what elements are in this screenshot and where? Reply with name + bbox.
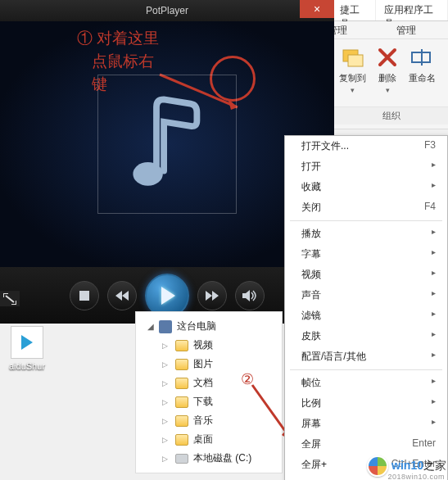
tree-item-6[interactable]: ▷本地磁盘 (C:)	[161, 449, 278, 468]
watermark-text: win10之家	[391, 459, 446, 473]
annotation-1-line1: ① 对着这里	[77, 28, 159, 50]
menu-item[interactable]: 配置/语言/其他	[285, 346, 447, 367]
tree-item-2[interactable]: ▷文档	[161, 374, 278, 392]
ribbon-copyto[interactable]: 复制到 ▾	[337, 43, 368, 96]
menu-item-label: 字幕	[301, 247, 321, 261]
watermark-logo-icon	[367, 455, 388, 477]
menu-item-label: 声音	[301, 288, 321, 302]
menu-item[interactable]: 视频	[285, 265, 447, 285]
menu-separator	[290, 369, 442, 370]
desktop-shortcut-label: aiduShur	[3, 361, 51, 371]
stop-button[interactable]	[70, 281, 99, 310]
menu-item[interactable]: 打开文件...F3	[285, 136, 447, 156]
menu-separator	[290, 220, 442, 221]
folder-icon	[175, 434, 188, 446]
folder-icon	[175, 415, 188, 427]
tree-item-5[interactable]: ▷桌面	[161, 430, 278, 449]
folder-icon	[175, 340, 188, 351]
menu-item-shortcut: Enter	[412, 437, 436, 451]
menu-item-label: 打开文件...	[301, 139, 349, 153]
potplayer-title: PotPlayer	[146, 5, 188, 16]
ribbon-delete-label: 删除	[378, 72, 396, 84]
svg-rect-5	[79, 291, 89, 301]
folder-icon	[175, 396, 188, 408]
prev-button[interactable]	[107, 281, 137, 310]
menu-item[interactable]: 收藏	[285, 177, 447, 197]
menu-item-label: 收藏	[301, 180, 321, 194]
tree-item-4[interactable]: ▷音乐	[161, 411, 278, 430]
tree-item-0[interactable]: ▷视频	[161, 336, 278, 355]
menu-item[interactable]: 声音	[285, 285, 447, 306]
potplayer-titlebar[interactable]: PotPlayer ×	[0, 0, 334, 21]
tree-root-label: 这台电脑	[177, 319, 216, 333]
fullscreen-toggle-icon[interactable]	[0, 291, 20, 306]
menu-item[interactable]: 播放	[285, 224, 447, 244]
close-button[interactable]: ×	[300, 0, 334, 18]
delete-icon	[374, 44, 400, 70]
menu-item-label: 帧位	[301, 376, 321, 390]
menu-item[interactable]: 屏幕	[285, 414, 447, 434]
menu-item-label: 视频	[301, 268, 321, 282]
menu-item-label: 滤镜	[301, 309, 321, 323]
folder-icon	[175, 378, 188, 389]
menu-item[interactable]: 打开	[285, 156, 447, 177]
ribbon-delete[interactable]: 删除 ▾	[373, 43, 402, 96]
disk-icon	[175, 454, 188, 464]
menu-item[interactable]: 滤镜	[285, 306, 447, 326]
menu-item-shortcut: F3	[424, 139, 436, 153]
menu-item-label: 比例	[301, 396, 321, 410]
menu-item-label: 播放	[301, 227, 321, 241]
tree-item-label: 下载	[193, 395, 213, 409]
tree-item-label: 文档	[193, 376, 213, 390]
menu-item-label: 关闭	[301, 201, 321, 215]
menu-item-label: 打开	[301, 160, 321, 174]
tree-this-pc[interactable]: ◢ 这台电脑	[146, 317, 278, 336]
tree-item-label: 音乐	[193, 414, 213, 428]
menu-item-label: 全屏+	[301, 458, 327, 472]
context-menu: 打开文件...F3打开收藏关闭F4播放字幕视频声音滤镜皮肤配置/语言/其他帧位比…	[284, 135, 448, 480]
next-button[interactable]	[197, 281, 227, 310]
copy-to-icon	[340, 44, 366, 70]
tree-item-3[interactable]: ▷下载	[161, 392, 278, 411]
ribbon-group-organize: 组织	[334, 106, 448, 125]
tree-item-label: 图片	[193, 357, 213, 371]
music-note-icon	[122, 91, 212, 197]
tree-item-label: 视频	[193, 338, 213, 352]
ribbon-tab-tools[interactable]: 捷工具	[332, 0, 376, 20]
menu-item[interactable]: 比例	[285, 393, 447, 414]
annotation-2: ②	[241, 370, 254, 388]
desktop-shortcut[interactable]: aiduShur	[3, 326, 51, 371]
menu-item-label: 全屏	[301, 437, 321, 451]
ribbon-subtab-manage2[interactable]: 管理	[372, 21, 441, 38]
menu-item[interactable]: 帧位	[285, 373, 447, 393]
menu-item[interactable]: 关闭F4	[285, 197, 447, 218]
computer-icon	[159, 320, 172, 333]
ribbon-copyto-label: 复制到	[339, 72, 366, 84]
explorer-tree: ◢ 这台电脑 ▷视频▷图片▷文档▷下载▷音乐▷桌面▷本地磁盘 (C:)	[135, 311, 283, 473]
menu-item[interactable]: 全屏Enter	[285, 434, 447, 455]
tree-item-1[interactable]: ▷图片	[161, 355, 278, 374]
menu-item-label: 配置/语言/其他	[301, 350, 366, 364]
folder-icon	[175, 359, 188, 370]
menu-item-label: 皮肤	[301, 329, 321, 343]
ribbon-tab-apps[interactable]: 应用程序工具	[376, 0, 448, 20]
tree-item-label: 本地磁盘 (C:)	[193, 451, 251, 465]
watermark-url: 2018win10.com	[387, 473, 445, 480]
desktop-shortcut-icon	[11, 326, 43, 359]
volume-button[interactable]	[235, 281, 265, 310]
svg-rect-1	[348, 55, 363, 66]
menu-item-shortcut: F4	[424, 201, 436, 215]
menu-item[interactable]: 皮肤	[285, 326, 447, 346]
ribbon-rename-label: 重命名	[409, 72, 436, 84]
menu-item-label: 屏幕	[301, 417, 321, 431]
tree-item-label: 桌面	[193, 432, 213, 446]
rename-icon	[410, 44, 436, 70]
svg-point-4	[133, 162, 162, 186]
ribbon-rename[interactable]: 重命名	[407, 43, 437, 86]
menu-item[interactable]: 字幕	[285, 244, 447, 265]
album-art-placeholder	[97, 75, 237, 214]
annotation-1-line2: 点鼠标右	[92, 51, 154, 73]
